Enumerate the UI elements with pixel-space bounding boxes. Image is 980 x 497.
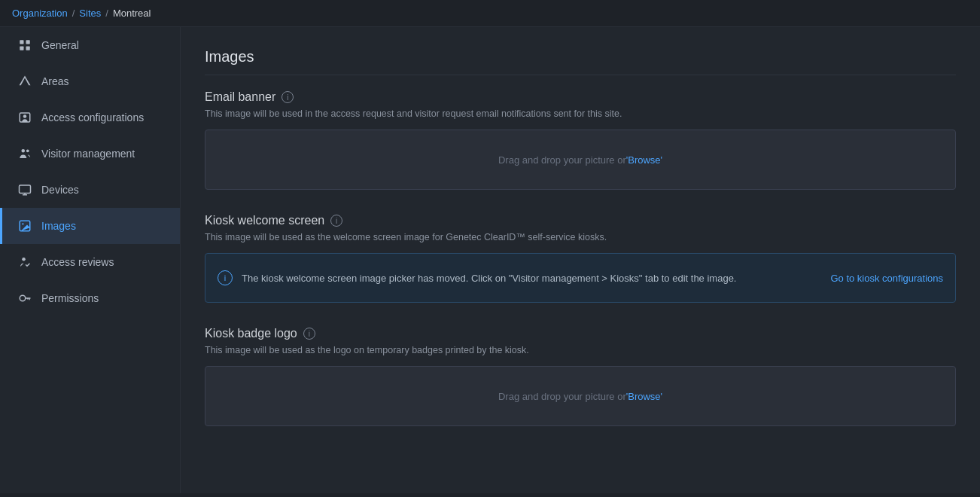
sidebar-label-permissions: Permissions xyxy=(41,292,99,304)
sidebar-item-visitor-management[interactable]: Visitor management xyxy=(0,136,180,172)
sidebar-item-devices[interactable]: Devices xyxy=(0,172,180,208)
kiosk-welcome-banner-text: The kiosk welcome screen image picker ha… xyxy=(242,273,821,284)
sidebar: General Areas Access configurations xyxy=(0,27,181,493)
email-banner-browse-link[interactable]: 'Browse' xyxy=(626,154,662,166)
sidebar-item-areas[interactable]: Areas xyxy=(0,63,180,99)
kiosk-badge-drop-zone[interactable]: Drag and drop your picture or 'Browse' xyxy=(205,366,956,426)
email-banner-section: Email banner i This image will be used i… xyxy=(205,90,956,190)
person-check-icon xyxy=(17,255,32,270)
kiosk-welcome-banner: i The kiosk welcome screen image picker … xyxy=(205,253,956,303)
sidebar-label-general: General xyxy=(41,39,79,51)
person-badge-icon xyxy=(17,110,32,125)
person-group-icon xyxy=(17,146,32,161)
sidebar-item-permissions[interactable]: Permissions xyxy=(0,280,180,316)
kiosk-welcome-banner-icon: i xyxy=(218,270,233,285)
image-icon xyxy=(17,218,32,233)
svg-rect-3 xyxy=(26,47,30,50)
svg-point-14 xyxy=(20,295,26,301)
svg-rect-8 xyxy=(20,185,31,194)
sidebar-label-areas: Areas xyxy=(41,75,69,87)
email-banner-info-icon[interactable]: i xyxy=(282,91,294,103)
page-title: Images xyxy=(205,48,956,75)
grid-icon xyxy=(17,38,32,53)
breadcrumb-organization[interactable]: Organization xyxy=(12,8,68,19)
kiosk-badge-title: Kiosk badge logo i xyxy=(205,327,956,340)
kiosk-badge-drop-text: Drag and drop your picture or xyxy=(498,391,626,402)
breadcrumb-sites[interactable]: Sites xyxy=(79,8,101,19)
kiosk-welcome-section: Kiosk welcome screen i This image will b… xyxy=(205,214,956,303)
sidebar-item-access-reviews[interactable]: Access reviews xyxy=(0,244,180,280)
monitor-icon xyxy=(17,182,32,197)
kiosk-welcome-info-icon[interactable]: i xyxy=(330,215,342,227)
sidebar-label-devices: Devices xyxy=(41,184,79,196)
main-layout: General Areas Access configurations xyxy=(0,27,980,493)
go-to-kiosk-configurations-link[interactable]: Go to kiosk configurations xyxy=(830,273,943,284)
arrow-icon xyxy=(17,74,32,89)
email-banner-desc: This image will be used in the access re… xyxy=(205,108,956,119)
svg-point-7 xyxy=(26,149,29,152)
kiosk-welcome-desc: This image will be used as the welcome s… xyxy=(205,232,956,242)
kiosk-badge-browse-link[interactable]: 'Browse' xyxy=(626,391,662,402)
sidebar-label-visitor-management: Visitor management xyxy=(41,148,135,160)
svg-point-13 xyxy=(22,258,26,261)
breadcrumb-sep-2: / xyxy=(105,8,108,19)
breadcrumb: Organization / Sites / Montreal xyxy=(0,0,980,27)
svg-point-12 xyxy=(22,223,23,224)
svg-rect-1 xyxy=(26,40,30,44)
sidebar-label-access-configurations: Access configurations xyxy=(41,111,144,123)
key-icon xyxy=(17,291,32,306)
svg-point-5 xyxy=(23,114,27,118)
kiosk-badge-section: Kiosk badge logo i This image will be us… xyxy=(205,327,956,426)
email-banner-title: Email banner i xyxy=(205,90,956,104)
sidebar-item-access-configurations[interactable]: Access configurations xyxy=(0,99,180,136)
email-banner-drop-text: Drag and drop your picture or xyxy=(498,154,626,166)
sidebar-label-access-reviews: Access reviews xyxy=(41,256,114,268)
content-area: Images Email banner i This image will be… xyxy=(181,27,980,493)
sidebar-label-images: Images xyxy=(41,220,76,232)
svg-rect-2 xyxy=(20,47,23,50)
kiosk-badge-desc: This image will be used as the logo on t… xyxy=(205,345,956,355)
kiosk-badge-info-icon[interactable]: i xyxy=(303,328,315,340)
email-banner-drop-zone[interactable]: Drag and drop your picture or 'Browse' xyxy=(205,130,956,190)
sidebar-item-general[interactable]: General xyxy=(0,27,180,63)
svg-rect-0 xyxy=(20,40,23,44)
breadcrumb-current: Montreal xyxy=(113,8,151,19)
kiosk-welcome-title: Kiosk welcome screen i xyxy=(205,214,956,227)
sidebar-item-images[interactable]: Images xyxy=(0,208,180,244)
svg-point-6 xyxy=(22,149,26,153)
breadcrumb-sep-1: / xyxy=(72,8,75,19)
